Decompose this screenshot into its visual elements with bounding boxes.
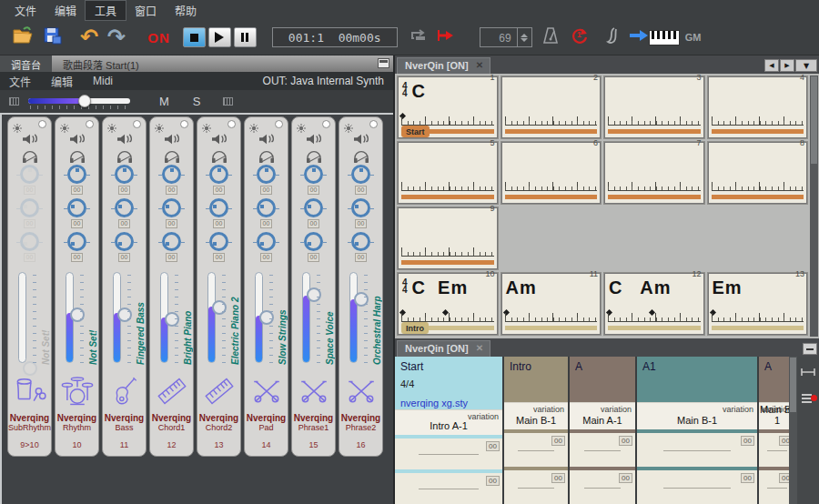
mixer-knob[interactable]: 00	[67, 198, 86, 232]
volume-fader[interactable]: Not Set!	[56, 270, 98, 368]
pause-button[interactable]	[234, 27, 257, 47]
scrollbar-thumb[interactable]	[811, 76, 817, 164]
measure-cell[interactable]: 3	[603, 76, 705, 139]
speaker-icon[interactable]	[162, 130, 182, 147]
menu-edit[interactable]: 编辑	[46, 1, 86, 20]
speaker-icon[interactable]	[257, 130, 277, 147]
midi-out-arrow-icon[interactable]	[629, 29, 649, 45]
gear-icon[interactable]	[60, 120, 69, 130]
measure-cell[interactable]: 10 44C Em Intro	[397, 272, 499, 336]
speaker-icon[interactable]	[20, 130, 40, 147]
drum-kit-icon[interactable]	[59, 370, 96, 412]
tempo-field[interactable]: 69	[480, 27, 532, 47]
mixer-menu-midi[interactable]: Midi	[93, 75, 113, 87]
measure-cell[interactable]: 4	[707, 76, 809, 139]
gear-icon[interactable]	[297, 120, 306, 130]
gear-icon[interactable]	[107, 120, 116, 130]
param-card[interactable]: 00	[570, 433, 635, 467]
mixer-knob[interactable]: 00	[115, 232, 134, 266]
scroll-left-icon[interactable]: ◀	[764, 59, 779, 72]
mixer-knob[interactable]: 00	[304, 232, 323, 266]
gear-icon[interactable]	[155, 120, 164, 130]
param-card[interactable]: 00	[395, 438, 502, 469]
mixer-knob[interactable]: 00	[115, 198, 134, 232]
section-chip[interactable]: Intro	[401, 322, 429, 334]
param-card[interactable]: 00	[504, 470, 568, 504]
tab-nverqin-sheet[interactable]: NverQin [ON] ✕	[397, 57, 490, 74]
menu-window[interactable]: 窗口	[126, 1, 166, 20]
mute-label[interactable]: M	[159, 95, 169, 108]
measure-cell[interactable]: 5	[397, 141, 499, 205]
mixer-knob[interactable]: 00	[257, 232, 276, 266]
menu-file[interactable]: 文件	[5, 1, 46, 20]
volume-fader[interactable]: Slow Strings	[245, 270, 288, 368]
measure-cell[interactable]: 2	[500, 76, 602, 139]
stop-button[interactable]	[183, 27, 206, 47]
style-on-indicator[interactable]: ON	[147, 30, 170, 45]
channel-led[interactable]	[180, 120, 188, 128]
mixer-knob[interactable]: 00	[351, 198, 370, 232]
measure-cell[interactable]: 7	[603, 141, 705, 205]
section-column[interactable]: Intro variationMain B-1 00 00	[504, 357, 568, 504]
tempo-spinner[interactable]	[517, 28, 531, 46]
headphones-icon[interactable]	[115, 147, 135, 165]
scrollbar-thumb[interactable]	[790, 358, 796, 412]
param-card[interactable]: 00	[637, 470, 757, 504]
headphones-icon[interactable]	[351, 147, 371, 165]
mixer-knob[interactable]: 00	[67, 165, 86, 198]
gear-icon[interactable]	[344, 120, 353, 130]
mixer-knob[interactable]: 00	[20, 198, 39, 232]
tempo-value[interactable]: 69	[480, 28, 517, 46]
tie-tool-icon[interactable]	[801, 364, 815, 380]
crossed-instruments-icon[interactable]	[343, 370, 379, 412]
speaker-icon[interactable]	[67, 130, 87, 147]
variation-card[interactable]: variationMain B-1	[637, 402, 757, 429]
mixer-knob[interactable]: 00	[162, 232, 181, 266]
play-button[interactable]	[208, 27, 231, 47]
menu-help[interactable]: 帮助	[166, 1, 206, 20]
param-card[interactable]: 00	[759, 470, 789, 504]
mixer-knob[interactable]: 00	[209, 165, 228, 198]
headphones-icon[interactable]	[257, 147, 277, 165]
djembe-icon[interactable]	[13, 370, 47, 412]
mixer-knob[interactable]: 00	[162, 198, 181, 232]
menu-tools[interactable]: 工具	[86, 1, 126, 20]
loop-icon[interactable]	[410, 29, 427, 45]
mixer-knob[interactable]: 00	[351, 165, 370, 198]
style-file-link[interactable]: nverqing xg.sty	[400, 398, 497, 408]
metronome-icon[interactable]	[541, 26, 560, 48]
section-column[interactable]: A variationMain A-1 00 00	[570, 357, 635, 504]
master-volume-slider[interactable]	[28, 96, 130, 108]
fader-handle[interactable]	[23, 361, 37, 376]
param-card[interactable]: 00	[504, 433, 568, 467]
volume-fader[interactable]: Space Voice	[292, 270, 335, 368]
mixer-knob[interactable]: 00	[115, 165, 134, 198]
section-column[interactable]: A variationMain B-1 00 00	[759, 357, 789, 504]
keyboard-icon[interactable]	[155, 370, 189, 412]
measure-cell[interactable]: 13 Em	[707, 272, 809, 336]
volume-fader[interactable]: Not Set!	[8, 270, 51, 368]
dropdown-icon[interactable]: ▼	[795, 59, 817, 72]
gear-icon[interactable]	[249, 120, 258, 130]
param-card[interactable]: 00	[759, 433, 789, 467]
param-card[interactable]: 00	[637, 433, 757, 467]
channel-led[interactable]	[38, 120, 46, 128]
minimize-icon[interactable]	[803, 343, 817, 355]
record-list-icon[interactable]	[801, 393, 815, 409]
mixer-knob[interactable]: 00	[20, 232, 39, 266]
variation-card[interactable]: variationMain A-1	[570, 402, 635, 429]
headphones-icon[interactable]	[67, 147, 87, 165]
channel-led[interactable]	[133, 120, 141, 128]
mixer-knob[interactable]: 00	[304, 165, 323, 198]
save-icon[interactable]	[42, 25, 64, 49]
mixer-knob[interactable]: 00	[209, 198, 228, 232]
master-volume-handle[interactable]	[78, 95, 91, 107]
gear-icon[interactable]	[13, 120, 22, 130]
measure-cell[interactable]: 9	[397, 207, 499, 270]
channel-led[interactable]	[228, 120, 236, 128]
mixer-knob[interactable]: 00	[304, 198, 323, 232]
volume-fader[interactable]: Bright Piano	[150, 270, 193, 368]
mixer-knob[interactable]: 00	[20, 165, 39, 198]
volume-fader[interactable]: Fingered Bass	[103, 270, 146, 368]
section-column[interactable]: A1 variationMain B-1 00 00	[637, 357, 757, 504]
